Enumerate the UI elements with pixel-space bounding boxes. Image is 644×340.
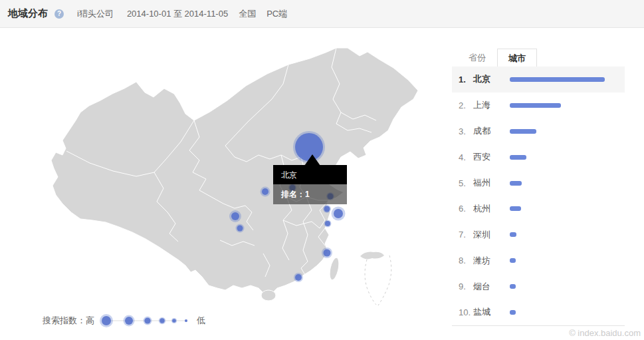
city-index-bar: [510, 77, 605, 82]
city-index-bar: [510, 181, 522, 186]
city-rank: 10.: [459, 307, 473, 317]
help-icon[interactable]: ?: [54, 9, 64, 19]
legend-circle: [144, 317, 150, 323]
legend-circle: [172, 319, 176, 323]
city-row[interactable]: 9.烟台: [452, 273, 625, 299]
city-rank: 4.: [459, 152, 473, 162]
city-name: 盐城: [473, 306, 510, 318]
city-rank: 1.: [459, 75, 473, 85]
city-name: 上海: [473, 99, 510, 111]
city-row[interactable]: 7.深圳: [452, 222, 625, 248]
china-map: [0, 29, 452, 340]
city-index-bar: [510, 258, 516, 263]
nine-dash-line-east: [378, 255, 391, 305]
taiwan-island: [328, 257, 341, 281]
hainan-island: [261, 290, 276, 301]
legend-circle-group: [100, 314, 187, 327]
tooltip-arrow: [304, 154, 320, 166]
date-range: 2014-10-01 至 2014-11-05: [127, 8, 228, 20]
city-row[interactable]: 2.上海: [452, 92, 625, 118]
map-bubble[interactable]: [334, 209, 343, 218]
city-row[interactable]: 6.杭州: [452, 196, 625, 222]
city-rank: 8.: [459, 255, 473, 265]
nine-dash-line-west: [365, 259, 376, 305]
ranking-tabs: 省份 城市: [452, 49, 625, 67]
map-bubble[interactable]: [262, 188, 268, 195]
map-bubble[interactable]: [324, 206, 330, 212]
china-mainland-shape: [51, 48, 418, 299]
city-index-bar: [510, 103, 561, 108]
city-name: 杭州: [473, 203, 510, 215]
city-name: 福州: [473, 177, 510, 189]
tab-province[interactable]: 省份: [457, 49, 497, 67]
city-list: 1.北京2.上海3.成都4.西安5.福州6.杭州7.深圳8.潍坊9.烟台10.盐…: [452, 67, 625, 325]
city-name: 成都: [473, 125, 510, 137]
map-bubble[interactable]: [325, 221, 330, 226]
map-bubble[interactable]: [237, 226, 243, 232]
search-index-legend: 搜索指数：高 低: [43, 311, 205, 330]
legend-circle: [125, 317, 133, 325]
legend-label-high: 搜索指数：高: [43, 315, 94, 327]
tab-city[interactable]: 城市: [497, 49, 537, 67]
city-index-bar: [510, 129, 536, 134]
tooltip-rank: 排名：1: [273, 184, 347, 204]
map-tooltip: 北京 排名：1: [273, 165, 347, 204]
region-scope: 全国: [239, 8, 256, 20]
legend-circle: [102, 316, 111, 325]
search-keyword: i猎头公司: [77, 8, 114, 20]
city-row[interactable]: 1.北京: [452, 67, 625, 92]
city-name: 潍坊: [473, 255, 510, 267]
city-name: 北京: [473, 73, 510, 85]
content-area: 北京 排名：1 搜索指数：高 低 省份 城市 1.北京2.上海3.成都4.西安5…: [0, 29, 644, 340]
city-rank: 7.: [459, 230, 473, 240]
panel-footer: © index.baidu.com: [452, 325, 644, 338]
city-index-bar: [510, 206, 521, 211]
footer-divider: [452, 325, 625, 326]
page-title: 地域分布: [8, 7, 48, 20]
city-name: 烟台: [473, 281, 510, 293]
city-rank: 5.: [459, 178, 473, 188]
ranking-panel: 省份 城市 1.北京2.上海3.成都4.西安5.福州6.杭州7.深圳8.潍坊9.…: [452, 29, 644, 340]
tooltip-city: 北京: [273, 165, 347, 184]
city-rank: 6.: [459, 204, 473, 214]
map-bubble[interactable]: [324, 250, 331, 257]
legend-circle: [160, 318, 164, 323]
legend-circles: [96, 311, 195, 330]
map-bubble[interactable]: [231, 212, 239, 220]
city-index-bar: [510, 232, 516, 237]
legend-label-low: 低: [197, 315, 205, 327]
site-watermark: © index.baidu.com: [452, 328, 644, 338]
city-index-bar: [510, 284, 516, 289]
header-bar: 地域分布 ? i猎头公司 2014-10-01 至 2014-11-05 全国 …: [0, 0, 644, 28]
city-rank: 3.: [459, 126, 473, 136]
city-name: 深圳: [473, 229, 510, 241]
south-sea-inset-land: [360, 252, 384, 259]
city-index-bar: [510, 155, 526, 160]
city-row[interactable]: 4.西安: [452, 144, 625, 170]
city-rank: 2.: [459, 100, 473, 110]
city-row[interactable]: 8.潍坊: [452, 248, 625, 273]
legend-circle: [185, 319, 187, 322]
baidu-index-region-panel: 地域分布 ? i猎头公司 2014-10-01 至 2014-11-05 全国 …: [0, 0, 644, 340]
city-row[interactable]: 5.福州: [452, 170, 625, 196]
platform-scope: PC端: [267, 8, 287, 20]
city-name: 西安: [473, 151, 510, 163]
city-rank: 9.: [459, 281, 473, 291]
city-row[interactable]: 3.成都: [452, 118, 625, 144]
map-bubble[interactable]: [295, 274, 302, 281]
city-row[interactable]: 10.盐城: [452, 299, 625, 325]
city-index-bar: [510, 310, 516, 315]
